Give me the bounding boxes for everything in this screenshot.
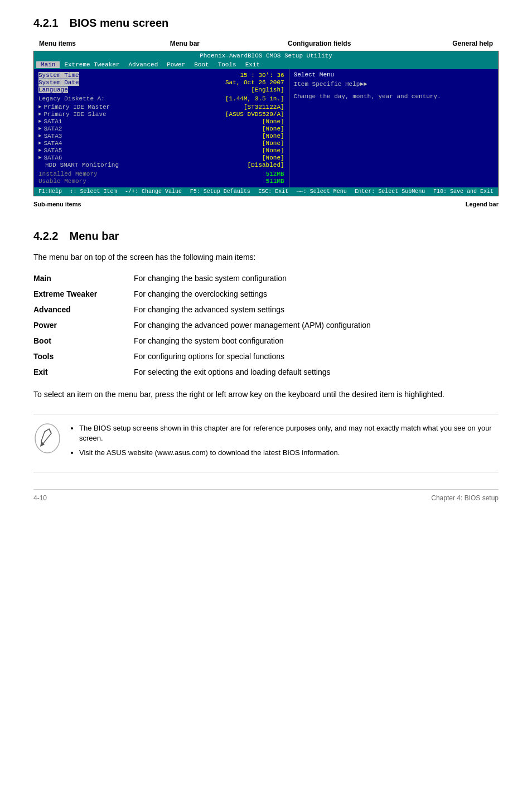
bios-menu-main[interactable]: Main: [36, 61, 60, 68]
svg-line-1: [49, 429, 51, 433]
page-footer: 4-10 Chapter 4: BIOS setup: [33, 489, 499, 502]
label-menu-bar: Menu bar: [157, 40, 212, 47]
bios-label-legacy: Legacy Diskette A:: [38, 95, 105, 102]
bios-row-system-time: System Time 15 : 30': 36: [38, 72, 284, 79]
bios-arrow-sata4: ►: [38, 141, 41, 146]
menu-table-row-advanced: Advanced For changing the advanced syste…: [33, 302, 499, 317]
bios-submenu-sata5: ► SATA5 [None]: [38, 147, 284, 154]
bios-label-sata3: SATA3: [43, 133, 262, 139]
bios-menu-extreme[interactable]: Extreme Tweaker: [60, 61, 124, 68]
bios-arrow-sata6: ►: [38, 155, 41, 161]
bios-submenu-sata2: ► SATA2 [None]: [38, 125, 284, 132]
bios-arrow-sata2: ►: [38, 126, 41, 132]
legend-arrows-select: ↕: Select Item: [70, 189, 117, 195]
bios-arrow-sata5: ►: [38, 148, 41, 153]
section-421-title: 4.2.1 BIOS menu screen: [33, 17, 499, 30]
bios-row-installed-memory: Installed Memory 512MB: [38, 171, 284, 177]
bios-menu-advanced[interactable]: Advanced: [124, 61, 162, 68]
menu-bar-table: Main For changing the basic system confi…: [33, 270, 499, 380]
bios-value-system-date: Sat, Oct 26 2007: [225, 79, 284, 86]
menu-table-row-boot: Boot For changing the system boot config…: [33, 333, 499, 349]
bios-memory-section: Installed Memory 512MB Usable Memory 511…: [38, 171, 284, 185]
bios-row-hdd-smart: HDD SMART Monitoring [Disabled]: [38, 162, 284, 168]
bios-submenu-sata6: ► SATA6 [None]: [38, 154, 284, 161]
menu-desc-power: For changing the advanced power manageme…: [134, 317, 499, 333]
bios-arrow-sata3: ►: [38, 133, 41, 139]
bios-screen: Phoenix-AwardBIOS CMOS Setup Utility Mai…: [33, 51, 499, 196]
menu-desc-main: For changing the basic system configurat…: [134, 270, 499, 286]
bottom-labels: Sub-menu items Legend bar: [33, 201, 499, 207]
bios-value-sata3: [None]: [262, 133, 284, 139]
note-box: The BIOS setup screens shown in this cha…: [33, 414, 499, 472]
bios-label-installed-memory: Installed Memory: [38, 171, 98, 177]
bios-label-language: Language: [38, 86, 68, 93]
legend-enter: Enter: Select SubMenu: [355, 189, 425, 195]
bios-label-system-time: System Time: [38, 72, 79, 79]
bios-left-panel: System Time 15 : 30': 36 System Date Sat…: [34, 69, 289, 187]
menu-table-row-main: Main For changing the basic system confi…: [33, 270, 499, 286]
menu-table-row-tools: Tools For configuring options for specia…: [33, 349, 499, 364]
bios-menu-exit[interactable]: Exit: [241, 61, 264, 68]
menu-name-exit: Exit: [33, 364, 134, 380]
menu-desc-advanced: For changing the advanced system setting…: [134, 302, 499, 317]
legend-f10: F10: Save and Exit: [433, 189, 494, 195]
bios-value-sata5: [None]: [262, 147, 284, 154]
label-general-help: General help: [426, 40, 493, 47]
note-item-1: The BIOS setup screens shown in this cha…: [79, 423, 499, 443]
menu-table-row-extreme: Extreme Tweaker For changing the overclo…: [33, 286, 499, 302]
bios-item-specific-text: Item Specific Help►►: [294, 81, 367, 88]
bios-row-language: Language [English]: [38, 86, 284, 93]
bios-title-bar: Phoenix-AwardBIOS CMOS Setup Utility: [34, 51, 498, 60]
bios-menu-tools[interactable]: Tools: [214, 61, 241, 68]
menu-name-boot: Boot: [33, 333, 134, 349]
legend-arrows-menu: →←: Select Menu: [297, 189, 347, 195]
bios-label-sata1: SATA1: [43, 118, 262, 125]
bios-value-language: [English]: [251, 86, 284, 93]
menu-table-row-exit: Exit For selecting the exit options and …: [33, 364, 499, 380]
menu-desc-tools: For configuring options for special func…: [134, 349, 499, 364]
bios-submenu-sata1: ► SATA1 [None]: [38, 118, 284, 125]
bios-submenu-ide-master: ► Primary IDE Master [ST321122A]: [38, 104, 284, 110]
label-legend-bar: Legend bar: [466, 201, 499, 207]
footer-note: To select an item on the menu bar, press…: [33, 389, 499, 400]
menu-name-main: Main: [33, 270, 134, 286]
bios-submenu-ide-slave: ► Primary IDE Slave [ASUS DVDS520/A]: [38, 111, 284, 118]
section-422-number: 4.2.2: [33, 230, 58, 243]
bios-value-installed-memory: 512MB: [266, 171, 284, 177]
bios-arrow-ide-slave: ►: [38, 112, 41, 117]
bios-submenu-sata3: ► SATA3 [None]: [38, 133, 284, 139]
section-422-description: The menu bar on top of the screen has th…: [33, 253, 499, 262]
bios-row-usable-memory: Usable Memory 511MB: [38, 178, 284, 185]
bios-item-specific: Item Specific Help►►: [294, 80, 494, 89]
bios-diagram: Menu items Menu bar Configuration fields…: [33, 40, 499, 207]
section-421-heading: BIOS menu screen: [69, 17, 168, 30]
bios-value-usable-memory: 511MB: [266, 178, 284, 185]
bios-help-text: Change the day, month, year and century.: [294, 92, 494, 102]
bios-row-legacy: Legacy Diskette A: [1.44M, 3.5 in.]: [38, 95, 284, 102]
bios-menu-power[interactable]: Power: [162, 61, 190, 68]
menu-name-tools: Tools: [33, 349, 134, 364]
label-config-fields: Configuration fields: [275, 40, 364, 47]
bios-submenu-sata4: ► SATA4 [None]: [38, 140, 284, 147]
bios-arrow-sata1: ►: [38, 119, 41, 124]
footer-chapter: Chapter 4: BIOS setup: [431, 494, 499, 502]
legend-f5: F5: Setup Defaults: [190, 189, 250, 195]
bios-legend-bar: F1:Help ↕: Select Item -/+: Change Value…: [34, 187, 498, 196]
bios-label-sata6: SATA6: [43, 154, 262, 161]
bios-value-sata1: [None]: [262, 118, 284, 125]
bios-value-sata4: [None]: [262, 140, 284, 147]
menu-desc-exit: For selecting the exit options and loadi…: [134, 364, 499, 380]
menu-name-power: Power: [33, 317, 134, 333]
label-menu-items: Menu items: [39, 40, 95, 47]
bios-menu-boot[interactable]: Boot: [190, 61, 213, 68]
section-422-heading: Menu bar: [69, 230, 119, 243]
bios-value-system-time: 15 : 30': 36: [240, 72, 284, 79]
bios-label-hdd-smart: HDD SMART Monitoring: [38, 162, 119, 168]
bios-label-system-date: System Date: [38, 79, 79, 86]
legend-f1: F1:Help: [38, 189, 62, 195]
bios-content-area: System Time 15 : 30': 36 System Date Sat…: [34, 69, 498, 187]
note-content: The BIOS setup screens shown in this cha…: [70, 423, 499, 463]
bios-label-ide-slave: Primary IDE Slave: [43, 111, 225, 118]
menu-table-row-power: Power For changing the advanced power ma…: [33, 317, 499, 333]
bios-label-ide-master: Primary IDE Master: [43, 104, 244, 110]
